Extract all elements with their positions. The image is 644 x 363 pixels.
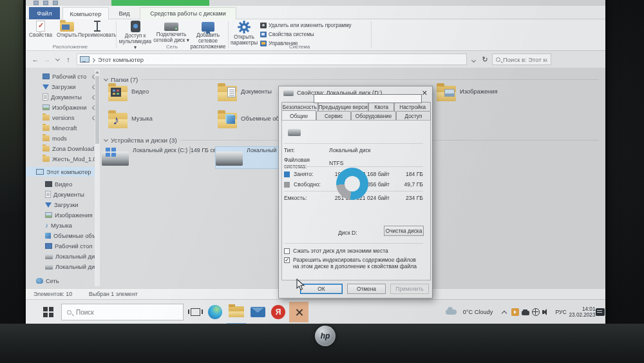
history-dropdown-icon[interactable] (55, 56, 60, 61)
sidebar-item-zona-download[interactable]: Zona Download (26, 144, 98, 153)
windows-logo-icon (43, 307, 53, 317)
compress-checkbox[interactable] (284, 248, 290, 254)
cancel-button[interactable]: Отмена (347, 284, 386, 294)
uninstall-program-button[interactable]: Удалить или изменить программу (260, 22, 352, 29)
breadcrumb[interactable]: Этот компьютер (77, 54, 467, 65)
sidebar-item-pictures[interactable]: Изображени (26, 103, 98, 112)
tray-expand-button[interactable] (500, 300, 509, 324)
sidebar-item-downloads-pc[interactable]: Загрузки (26, 200, 98, 210)
sidebar-item-network[interactable]: Сеть (26, 276, 98, 286)
tab-sharing[interactable]: Доступ (396, 111, 431, 121)
weather-text[interactable]: 0°C Cloudy (459, 300, 497, 324)
map-network-drive-button[interactable]: Подключить сетевой диск ▾ (153, 21, 189, 43)
drive-tile-c[interactable]: Локальный диск (C:) 149 ГБ свободно из 2… (102, 147, 215, 168)
drive-tile-d[interactable]: Локальный дис 49,7 ГБ свободн (216, 147, 280, 168)
sidebar-item-desktop-pc[interactable]: Рабочий стол (26, 241, 98, 251)
open-settings-button[interactable]: Открыть параметры (231, 21, 258, 46)
forward-button[interactable]: → (41, 55, 53, 63)
tab-previous-versions[interactable]: Предыдущие версии (318, 102, 368, 111)
video-motif-icon (111, 88, 121, 97)
tray-app-button[interactable] (510, 300, 520, 324)
start-button[interactable] (40, 300, 57, 324)
folder-icon (218, 113, 237, 128)
taskbar-search[interactable]: Поиск (61, 300, 184, 324)
folder-tile-music[interactable]: ♪ Музыка (108, 113, 211, 136)
apply-button[interactable]: Применить (390, 284, 429, 294)
sidebar-item-local-disk-c[interactable]: Локальный дис (26, 251, 98, 261)
tab-quota[interactable]: Квота (368, 102, 394, 111)
sidebar-item-documents-pc[interactable]: Документы (26, 190, 98, 199)
sidebar-item-this-pc[interactable]: Этот компьютер (26, 167, 98, 177)
qat-computer-icon[interactable] (33, 1, 39, 5)
folder-tile-3d-objects[interactable]: Объемные объ (218, 113, 278, 136)
qat-properties-icon[interactable] (43, 1, 48, 5)
close-icon[interactable]: ✕ (422, 89, 428, 97)
sidebar-item-minecraft[interactable]: Minecraft (26, 123, 98, 133)
disk-properties-dialog: Свойства: Локальный диск (D:) ✕ Безопасн… (278, 86, 433, 299)
yandex-icon: Я (271, 305, 285, 319)
up-button[interactable]: ↑ (62, 55, 74, 63)
properties-button[interactable]: Свойства (27, 21, 54, 38)
disk-cleanup-button[interactable]: Очистка диска (384, 226, 424, 236)
tab-tools[interactable]: Сервис (316, 111, 351, 121)
network-drive-icon (164, 23, 178, 31)
address-dropdown-icon[interactable] (471, 57, 476, 62)
search-box[interactable]: Поиск в: Этот ко... (492, 54, 551, 65)
index-checkbox-row[interactable]: Разрешить индексировать содержимое файло… (284, 257, 423, 270)
folder-icon (108, 86, 128, 101)
sidebar-item-local-disk-d[interactable]: Локальный дис (26, 262, 98, 271)
sidebar-item-3d-objects[interactable]: Объемные объ (26, 231, 98, 240)
back-button[interactable]: ← (30, 55, 41, 63)
tab-security[interactable]: Безопасность (281, 102, 318, 111)
tray-network-button[interactable] (531, 300, 541, 324)
tab-disk-tools[interactable]: Средства работы с дисками (140, 7, 236, 19)
open-button[interactable]: Открыть (54, 21, 80, 38)
sidebar-item-zhest-mod[interactable]: Жесть_Mod_1.0 (26, 154, 98, 164)
qat-customize-icon[interactable] (53, 1, 58, 5)
sidebar-item-desktop[interactable]: Рабочий сто (26, 72, 98, 81)
running-app-button[interactable] (289, 300, 308, 324)
folders-section-header[interactable]: Папки (7) (104, 76, 599, 83)
tab-computer[interactable]: Компьютер (62, 7, 109, 19)
sidebar-item-downloads[interactable]: Загрузки (26, 82, 98, 92)
file-explorer-button[interactable] (227, 300, 246, 324)
tray-device-button[interactable] (520, 300, 531, 324)
tab-file[interactable]: Файл (29, 7, 60, 19)
edge-button[interactable] (206, 300, 224, 324)
task-view-button[interactable] (187, 300, 204, 324)
edge-icon (208, 305, 222, 319)
notification-center-button[interactable] (595, 300, 605, 324)
volume-label-input[interactable] (314, 94, 422, 103)
compress-checkbox-row[interactable]: Сжать этот диск для экономии места (284, 248, 423, 254)
ribbon-group-system: Открыть параметры Удалить или изменить п… (229, 19, 370, 50)
mail-button[interactable] (249, 300, 267, 324)
scrollbar-thumb (95, 76, 99, 144)
group-label-location: Расположение (26, 44, 115, 50)
drive-icon (45, 255, 53, 259)
clock[interactable]: 14:01 23.02.2023 (568, 300, 596, 324)
tab-view[interactable]: Вид (111, 7, 137, 19)
tab-general[interactable]: Общие (281, 110, 316, 120)
yandex-browser-button[interactable]: Я (269, 300, 287, 324)
sidebar-scrollbar[interactable] (95, 70, 100, 286)
language-indicator[interactable]: РУС (553, 300, 569, 324)
rename-button[interactable]: Переименовать (80, 21, 115, 38)
index-checkbox[interactable] (284, 257, 290, 263)
folder-tile-pictures[interactable]: Изображения (437, 86, 540, 109)
sidebar-item-music[interactable]: ♪ Музыка (26, 221, 98, 230)
refresh-button[interactable]: ↻ (479, 55, 491, 64)
sidebar-item-mods[interactable]: mods (26, 133, 98, 143)
system-properties-button[interactable]: Свойства системы (260, 31, 314, 38)
hp-logo: hp (315, 326, 336, 346)
tab-hardware[interactable]: Оборудование (351, 111, 396, 121)
ok-button[interactable]: ОК (300, 284, 343, 294)
weather-button[interactable] (443, 300, 459, 324)
sidebar-item-pictures-pc[interactable]: Изображения (26, 210, 98, 220)
sidebar-item-videos[interactable]: Видео (26, 179, 98, 189)
sidebar-item-documents[interactable]: Документы (26, 92, 98, 102)
section-divider (141, 79, 599, 80)
tab-customize[interactable]: Настройка (394, 102, 431, 111)
folder-tile-videos[interactable]: Видео (108, 86, 211, 109)
tray-volume-button[interactable] (541, 300, 551, 324)
sidebar-item-versions[interactable]: versions (26, 113, 98, 123)
